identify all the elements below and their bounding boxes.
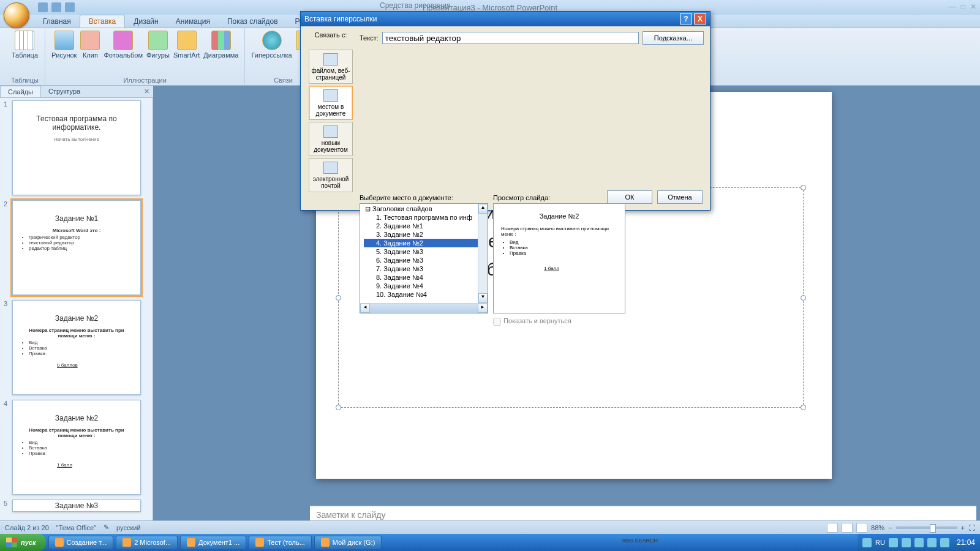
thumb-row[interactable]: 2 Задание №1 Microsoft Word это : графич… bbox=[4, 200, 149, 295]
scroll-right-icon[interactable]: ► bbox=[478, 304, 488, 313]
slideshow-view-icon[interactable] bbox=[856, 523, 867, 533]
language-label[interactable]: русский bbox=[116, 524, 140, 531]
chart-button[interactable]: Диаграмма bbox=[203, 31, 238, 59]
save-icon[interactable] bbox=[38, 2, 48, 12]
zoom-in-icon[interactable]: + bbox=[961, 524, 965, 531]
clip-button[interactable]: Клип bbox=[80, 31, 100, 59]
clock[interactable]: 21:04 bbox=[957, 538, 975, 547]
taskbar-item[interactable]: Мой диск (G:) bbox=[314, 536, 382, 550]
table-button[interactable]: Таблица bbox=[12, 31, 38, 59]
place-tree[interactable]: Заголовки слайдов 1. Тестовая программа … bbox=[360, 203, 488, 313]
normal-view-icon[interactable] bbox=[827, 523, 838, 533]
lang-indicator[interactable]: RU bbox=[875, 539, 885, 546]
tree-item[interactable]: 7. Задание №3 bbox=[364, 264, 488, 273]
start-button[interactable]: пуск bbox=[0, 534, 46, 551]
tray-icon[interactable] bbox=[927, 538, 937, 547]
tab-outline[interactable]: Структура bbox=[41, 86, 88, 97]
thumb-row[interactable]: 5 Задание №3 bbox=[4, 500, 149, 512]
resize-handle[interactable] bbox=[801, 295, 806, 301]
link-to-place[interactable]: местом в документе bbox=[309, 86, 353, 120]
panel-close-icon[interactable]: ✕ bbox=[140, 86, 153, 97]
tree-item[interactable]: 10. Задание №4 bbox=[364, 290, 488, 299]
tray-icon[interactable] bbox=[914, 538, 924, 547]
taskbar-item[interactable]: 2 Microsof... bbox=[116, 536, 178, 550]
taskbar-item[interactable]: Тест (толь... bbox=[249, 536, 312, 550]
link-to-file[interactable]: файлом, веб-страницей bbox=[309, 50, 353, 84]
tree-root[interactable]: Заголовки слайдов bbox=[364, 205, 488, 213]
tray-icon[interactable] bbox=[940, 538, 949, 547]
cancel-button[interactable]: Отмена bbox=[657, 190, 703, 204]
thumb-row[interactable]: 1 Тестовая программа по информатике. Нач… bbox=[4, 100, 149, 195]
tree-item[interactable]: 1. Тестовая программа по инф bbox=[364, 213, 488, 222]
slide-thumbnail[interactable]: Тестовая программа по информатике. Начат… bbox=[12, 100, 141, 195]
tree-item[interactable]: 6. Задание №3 bbox=[364, 256, 488, 264]
scroll-up-icon[interactable]: ▲ bbox=[478, 204, 488, 214]
thumbnail-pane[interactable]: 1 Тестовая программа по информатике. Нач… bbox=[0, 86, 153, 534]
slide-thumbnail[interactable]: Задание №1 Microsoft Word это : графичес… bbox=[12, 200, 141, 295]
spellcheck-icon[interactable]: ✎ bbox=[104, 523, 109, 531]
maximize-icon[interactable]: □ bbox=[961, 2, 965, 11]
dialog-titlebar[interactable]: Вставка гиперссылки ? X bbox=[301, 12, 710, 26]
tree-item[interactable]: 5. Задание №3 bbox=[364, 247, 488, 256]
shapes-button[interactable]: Фигуры bbox=[146, 31, 170, 59]
tab-home[interactable]: Главная bbox=[34, 15, 80, 28]
resize-handle[interactable] bbox=[336, 295, 341, 301]
close-icon[interactable]: X bbox=[694, 13, 706, 24]
thumb-row[interactable]: 3 Задание №2 Номера страниц можно выстав… bbox=[4, 300, 149, 395]
link-to-new[interactable]: новым документом bbox=[309, 122, 353, 156]
hyperlink-icon bbox=[262, 31, 282, 50]
office-button[interactable] bbox=[4, 2, 29, 28]
thumb-row[interactable]: 4 Задание №2 Номера страниц можно выстав… bbox=[4, 400, 149, 495]
tab-animation[interactable]: Анимация bbox=[167, 15, 219, 28]
resize-handle[interactable] bbox=[801, 405, 806, 410]
slide-thumbnail[interactable]: Задание №2 Номера страниц можно выставит… bbox=[12, 400, 141, 495]
tab-design[interactable]: Дизайн bbox=[125, 15, 167, 28]
tree-item[interactable]: 9. Задание №4 bbox=[364, 282, 488, 290]
close-icon[interactable]: ✕ bbox=[970, 2, 976, 11]
tab-insert[interactable]: Вставка bbox=[80, 15, 126, 28]
taskbar-item[interactable]: Создание т... bbox=[48, 536, 114, 550]
zoom-out-icon[interactable]: − bbox=[888, 524, 892, 531]
group-illustrations: Рисунок Клип Фотоальбом Фигуры SmartArt … bbox=[45, 28, 246, 85]
scrollbar-vertical[interactable]: ▲▼ bbox=[478, 204, 488, 303]
picture-button[interactable]: Рисунок bbox=[51, 31, 77, 59]
preview-label: Просмотр слайда: bbox=[493, 194, 625, 201]
tree-item[interactable]: 3. Задание №2 bbox=[364, 230, 488, 239]
fit-icon[interactable]: ⛶ bbox=[968, 524, 975, 531]
nero-search[interactable]: nero SEARCH bbox=[619, 538, 662, 549]
tray-icon[interactable] bbox=[902, 538, 911, 547]
sorter-view-icon[interactable] bbox=[842, 523, 853, 533]
taskbar-item[interactable]: Документ1 ... bbox=[180, 536, 246, 550]
undo-icon[interactable] bbox=[51, 2, 61, 12]
slide-panel-tabs: Слайды Структура ✕ bbox=[0, 86, 153, 98]
hint-button[interactable]: Подсказка... bbox=[643, 31, 704, 45]
resize-handle[interactable] bbox=[336, 405, 341, 410]
hyperlink-button[interactable]: Гиперссылка bbox=[251, 31, 292, 59]
tree-item[interactable]: 2. Задание №1 bbox=[364, 222, 488, 230]
tree-item[interactable]: 8. Задание №4 bbox=[364, 273, 488, 282]
tray-icon[interactable] bbox=[889, 538, 898, 547]
smartart-button[interactable]: SmartArt bbox=[173, 31, 200, 59]
scroll-left-icon[interactable]: ◄ bbox=[360, 304, 370, 313]
scrollbar-horizontal[interactable]: ◄► bbox=[360, 303, 488, 313]
tray-icon[interactable] bbox=[862, 538, 872, 547]
app-icon bbox=[55, 538, 64, 547]
redo-icon[interactable] bbox=[65, 2, 75, 12]
link-to-email[interactable]: электронной почтой bbox=[309, 158, 353, 192]
help-icon[interactable]: ? bbox=[680, 13, 692, 24]
contextual-tab-label: Средства рисования bbox=[380, 1, 450, 10]
tab-slides[interactable]: Слайды bbox=[0, 86, 41, 97]
slide-thumbnail[interactable]: Задание №2 Номера страниц можно выставит… bbox=[12, 300, 141, 395]
scroll-down-icon[interactable]: ▼ bbox=[478, 293, 488, 303]
resize-handle[interactable] bbox=[801, 185, 806, 190]
theme-name: "Тема Office" bbox=[56, 524, 96, 531]
minimize-icon[interactable]: — bbox=[949, 2, 956, 11]
zoom-slider[interactable] bbox=[896, 527, 957, 529]
display-text-input[interactable] bbox=[382, 32, 639, 44]
slide-thumbnail[interactable]: Задание №3 bbox=[12, 500, 141, 512]
photoalbum-button[interactable]: Фотоальбом bbox=[104, 31, 143, 59]
insert-hyperlink-dialog: Вставка гиперссылки ? X Связать с: Текст… bbox=[300, 11, 710, 211]
tree-item[interactable]: 4. Задание №2 bbox=[364, 239, 488, 247]
tab-slideshow[interactable]: Показ слайдов bbox=[219, 15, 287, 28]
ok-button[interactable]: ОК bbox=[607, 190, 652, 204]
